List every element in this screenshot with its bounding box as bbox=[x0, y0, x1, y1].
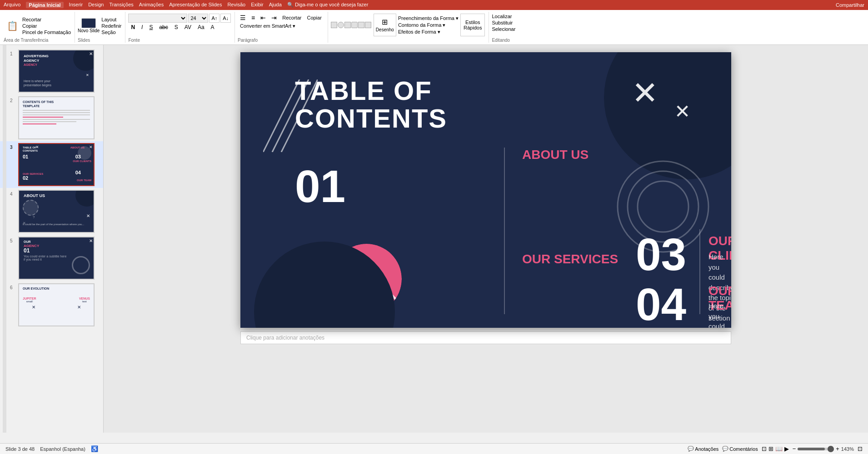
editing-label: Editando bbox=[492, 38, 509, 43]
number-04: 04 bbox=[636, 284, 686, 325]
slide-sorter-button[interactable]: ⊞ bbox=[768, 445, 773, 452]
zoom-in-button[interactable]: + bbox=[836, 445, 839, 452]
copy-button[interactable]: Copiar bbox=[22, 23, 71, 29]
slide-3-close-2[interactable]: ✕ bbox=[89, 145, 93, 149]
slide-thumb-2: CONTENTS OF THISTEMPLATE bbox=[18, 96, 95, 139]
search-tab[interactable]: 🔍 Diga-me o que você deseja fazer bbox=[287, 2, 369, 8]
slide-item-6[interactable]: 6 OUR EVOLUTION JUPITER small VENUS text… bbox=[0, 281, 103, 328]
layout-button[interactable]: Layout bbox=[101, 17, 121, 22]
reading-view-button[interactable]: 📖 bbox=[775, 445, 783, 452]
align-text-button[interactable]: Copiar bbox=[304, 14, 324, 22]
convert-smartart-button[interactable]: Converter em SmartArt ▾ bbox=[238, 23, 298, 30]
slide-3-close-1[interactable]: ✕ bbox=[35, 145, 39, 149]
effects-button[interactable]: Efeitos de Forma ▾ bbox=[398, 29, 459, 35]
replace-button[interactable]: Substituir bbox=[492, 20, 515, 25]
slide-thumb-4: ABOUT US It could be the part of the pre… bbox=[18, 190, 95, 233]
slides-label: Slides bbox=[78, 38, 90, 43]
slide-item-1[interactable]: 1 ADVERTISINGAGENCY AGENCY Here is where… bbox=[0, 48, 103, 94]
cut-button[interactable]: Recortar bbox=[22, 17, 71, 22]
slide-number-4: 4 bbox=[10, 192, 16, 197]
italic-button[interactable]: I bbox=[139, 24, 145, 31]
slide-thumb-6: OUR EVOLUTION JUPITER small VENUS text ✕… bbox=[18, 283, 95, 326]
numbering-button[interactable]: ≡ bbox=[249, 14, 257, 22]
notes-button[interactable]: 💬 Anotações bbox=[688, 446, 718, 452]
clipboard-label: Área de Transferência bbox=[4, 38, 48, 43]
reset-button[interactable]: Redefinir bbox=[101, 23, 121, 29]
slideshow-view-button[interactable]: ▶ bbox=[784, 445, 789, 452]
slide-6-close-1[interactable]: ✕ bbox=[32, 305, 35, 310]
font-size-select[interactable]: 24 bbox=[188, 14, 208, 23]
underline-button[interactable]: S bbox=[146, 24, 155, 31]
transitions-tab[interactable]: Transições bbox=[109, 2, 133, 8]
slide-number-6: 6 bbox=[10, 285, 16, 290]
arrange-button[interactable]: ⊞ Desenho bbox=[374, 14, 396, 36]
find-button[interactable]: Localizar bbox=[492, 14, 515, 19]
language-indicator: Espanhol (Espanha) bbox=[40, 446, 85, 452]
slide-thumb-1: ADVERTISINGAGENCY AGENCY Here is where y… bbox=[18, 49, 95, 93]
slide-item-2[interactable]: 2 CONTENTS OF THISTEMPLATE bbox=[0, 94, 103, 141]
font-color-button[interactable]: A bbox=[208, 24, 217, 31]
x-mark-small: ✕ bbox=[674, 102, 690, 121]
decrease-font-button[interactable]: A↓ bbox=[220, 14, 231, 23]
new-slide-button[interactable]: Novo Slide bbox=[78, 28, 100, 33]
change-case-button[interactable]: Aa bbox=[195, 24, 207, 31]
number-03: 03 bbox=[636, 234, 686, 275]
outline-button[interactable]: Contorno da Forma ▾ bbox=[398, 22, 459, 28]
slide-thumb-5: OUR AGENCY 01 You could enter a subtitle… bbox=[18, 237, 95, 280]
help-tab[interactable]: Ajuda bbox=[269, 2, 282, 8]
slide-4-close[interactable]: ✕ bbox=[86, 213, 90, 218]
notes-area[interactable]: Clique para adicionar anotações bbox=[240, 331, 731, 344]
design-tab[interactable]: Design bbox=[88, 2, 104, 8]
svg-point-5 bbox=[638, 181, 688, 232]
char-spacing-button[interactable]: AV bbox=[182, 24, 194, 31]
shadow-button[interactable]: S bbox=[172, 24, 181, 31]
text-direction-button[interactable]: Recortar bbox=[280, 14, 304, 22]
slide-item-5[interactable]: 5 OUR AGENCY 01 You could enter a subtit… bbox=[0, 235, 103, 281]
slide-item-4[interactable]: 4 ABOUT US It could be the part of the p… bbox=[0, 188, 103, 235]
bullets-button[interactable]: ☰ bbox=[238, 14, 248, 22]
share-button[interactable]: Compartilhar bbox=[836, 2, 864, 8]
font-family-select[interactable] bbox=[128, 14, 187, 23]
slide-6-close-2[interactable]: ✕ bbox=[77, 305, 81, 310]
strikethrough-button[interactable]: abc bbox=[156, 24, 170, 31]
format-painter-button[interactable]: Pincel de Formatação bbox=[22, 30, 71, 35]
svg-line-0 bbox=[263, 79, 299, 152]
zoom-level: 143% bbox=[841, 446, 854, 452]
paragraph-label: Parágrafo bbox=[238, 38, 258, 43]
our-team-desc: Here you could describe the topic of the… bbox=[708, 301, 731, 328]
slide-number-5: 5 bbox=[10, 238, 16, 243]
file-menu[interactable]: Arquivo bbox=[4, 2, 20, 8]
vertical-divider-left bbox=[504, 148, 505, 314]
x-mark-large: ✕ bbox=[632, 77, 658, 109]
normal-view-button[interactable]: ⊡ bbox=[762, 445, 767, 452]
vertical-divider-right bbox=[699, 229, 700, 314]
bold-button[interactable]: N bbox=[128, 24, 138, 31]
slide-item-3[interactable]: 3 TABLE OFCONTENTS ABOUT US 01 OUR SERVI… bbox=[0, 141, 103, 188]
insert-tab[interactable]: Inserir bbox=[69, 2, 83, 8]
slide-5-close[interactable]: ✕ bbox=[89, 238, 93, 243]
slide-number-3: 3 bbox=[10, 145, 16, 150]
zoom-out-button[interactable]: − bbox=[793, 445, 796, 452]
slide-number-2: 2 bbox=[10, 98, 16, 103]
increase-font-button[interactable]: A↑ bbox=[209, 14, 219, 23]
section-button[interactable]: Seção bbox=[101, 30, 121, 35]
quick-styles-button[interactable]: EstilosRápidos bbox=[460, 14, 485, 36]
slide-title: TABLE OF CONTENTS bbox=[295, 77, 447, 133]
comments-button[interactable]: 💬 Comentários bbox=[722, 446, 758, 452]
home-tab[interactable]: Página Inicial bbox=[26, 2, 63, 8]
slideshow-tab[interactable]: Apresentação de Slides bbox=[169, 2, 222, 8]
slide-1-close[interactable]: ✕ bbox=[89, 51, 93, 56]
decrease-indent-button[interactable]: ⇤ bbox=[258, 14, 268, 22]
slide-number-1: 1 bbox=[10, 51, 16, 56]
accessibility-icon: ♿ bbox=[91, 445, 98, 452]
fit-slide-button[interactable]: ⊡ bbox=[858, 445, 863, 452]
about-us-label: ABOUT US bbox=[522, 148, 589, 162]
select-button[interactable]: Selecionar bbox=[492, 26, 515, 32]
review-tab[interactable]: Revisão bbox=[227, 2, 245, 8]
animations-tab[interactable]: Animações bbox=[139, 2, 164, 8]
paste-button[interactable]: 📋 bbox=[4, 19, 21, 33]
fill-button[interactable]: Preenchimento da Forma ▾ bbox=[398, 15, 459, 21]
view-tab[interactable]: Exibir bbox=[251, 2, 264, 8]
number-01: 01 bbox=[295, 166, 345, 207]
increase-indent-button[interactable]: ⇥ bbox=[269, 14, 279, 22]
